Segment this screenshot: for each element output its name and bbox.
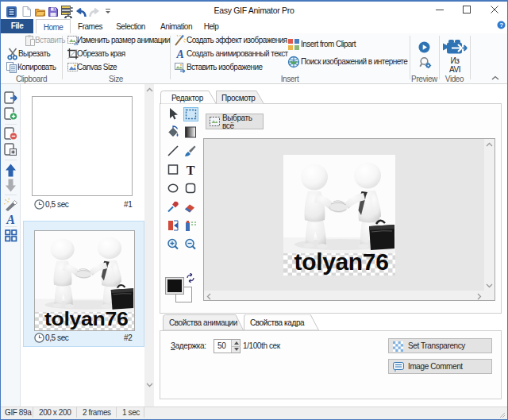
svg-text:A: A bbox=[176, 48, 184, 60]
svg-text:Редактор: Редактор bbox=[171, 94, 204, 102]
svg-text:?: ? bbox=[499, 21, 503, 29]
svg-text:T: T bbox=[187, 164, 195, 177]
svg-text:Просмотр: Просмотр bbox=[221, 94, 256, 102]
svg-text:Свойства анимации: Свойства анимации bbox=[169, 318, 237, 327]
svg-text:A: A bbox=[6, 213, 15, 226]
svg-text:Свойства кадра: Свойства кадра bbox=[250, 318, 305, 327]
